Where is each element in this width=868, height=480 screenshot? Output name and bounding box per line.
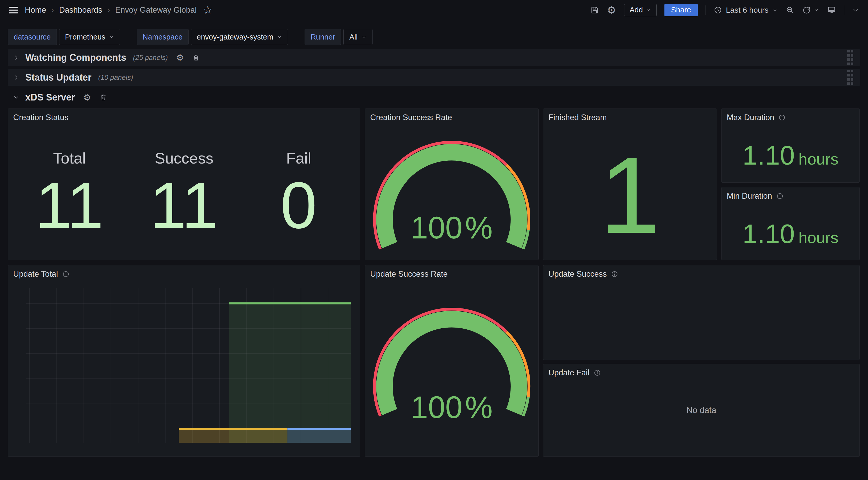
stat-fail: Fail 0 xyxy=(241,124,356,260)
chevron-down-icon xyxy=(109,34,114,39)
zoom-out-time-icon[interactable] xyxy=(785,6,795,14)
menu-icon[interactable] xyxy=(9,6,18,14)
panel-update-total: Update Total xyxy=(8,265,361,457)
row-title: Status Updater xyxy=(25,72,91,83)
gauge-value: 100% xyxy=(365,392,538,423)
chevron-down-icon xyxy=(362,34,367,39)
row-status-updater[interactable]: Status Updater (10 panels) xyxy=(8,69,860,86)
panel-creation-status: Creation Status Total 11 Success 11 Fail… xyxy=(8,109,361,260)
breadcrumb: Home › Dashboards › Envoy Gateway Global… xyxy=(25,5,213,16)
variables-row: datasource Prometheus Namespace envoy-ga… xyxy=(8,29,373,45)
variable-label-datasource[interactable]: datasource xyxy=(8,29,57,45)
panel-finished-stream: Finished Stream 1 xyxy=(543,109,717,260)
panel-creation-success-rate: Creation Success Rate 100% xyxy=(365,109,538,260)
chevron-right-icon xyxy=(13,74,20,81)
sparkline-fail xyxy=(241,214,356,259)
row-settings-icon[interactable]: ⚙ xyxy=(83,93,91,102)
stat-label: Fail xyxy=(241,149,356,167)
stat-value: 1.10 hours xyxy=(721,220,860,247)
stat-value: 1 xyxy=(543,141,717,249)
share-button[interactable]: Share xyxy=(664,4,698,16)
chevron-right-icon xyxy=(13,54,20,61)
stat-success: Success 11 xyxy=(127,124,242,260)
stat-columns: Total 11 Success 11 Fail 0 xyxy=(12,124,356,260)
grafana-dashboard: Home › Dashboards › Envoy Gateway Global… xyxy=(0,0,868,480)
variable-value-datasource[interactable]: Prometheus xyxy=(59,29,120,45)
panel-title[interactable]: Max Duration xyxy=(721,109,860,124)
variable-namespace: Namespace envoy-gateway-system xyxy=(137,29,288,45)
refresh-icon xyxy=(802,6,811,14)
time-range-picker[interactable]: Last 6 hours xyxy=(714,6,778,14)
chevron-down-icon xyxy=(772,7,778,13)
variable-runner: Runner All xyxy=(305,29,372,45)
dashboard-settings-icon[interactable]: ⚙ xyxy=(607,5,616,15)
stat-label: Total xyxy=(12,149,127,167)
chevron-down-icon xyxy=(13,94,20,101)
sparkline-success xyxy=(127,214,242,259)
panel-title[interactable]: Creation Status xyxy=(8,109,360,124)
breadcrumb-separator: › xyxy=(107,6,110,14)
row-panel-count: (25 panels) xyxy=(133,54,168,62)
panel-title[interactable]: Finished Stream xyxy=(543,109,717,124)
row-settings-icon[interactable]: ⚙ xyxy=(176,53,184,62)
refresh-control[interactable] xyxy=(802,6,819,14)
add-button[interactable]: Add xyxy=(624,4,657,16)
favorite-star-icon[interactable]: ☆ xyxy=(203,5,213,16)
row-watching-components[interactable]: Watching Components (25 panels) ⚙ xyxy=(8,49,860,66)
clock-icon xyxy=(714,6,722,14)
row-title: Watching Components xyxy=(25,52,126,63)
info-icon[interactable] xyxy=(776,192,783,200)
chevron-down-icon xyxy=(813,7,819,13)
row-xds-server[interactable]: xDS Server ⚙ xyxy=(8,90,860,104)
variable-value-runner[interactable]: All xyxy=(343,29,372,45)
timeseries-chart xyxy=(8,265,360,456)
breadcrumb-current: Envoy Gateway Global xyxy=(115,5,196,15)
row-delete-icon[interactable] xyxy=(192,54,200,61)
variable-label-namespace[interactable]: Namespace xyxy=(137,29,189,45)
info-icon[interactable] xyxy=(778,114,785,121)
nav-right: ⚙ Add Share Last 6 hours xyxy=(590,4,859,16)
save-dashboard-icon[interactable] xyxy=(590,5,599,15)
chevron-down-icon xyxy=(646,7,651,13)
nav-left: Home › Dashboards › Envoy Gateway Global… xyxy=(9,5,213,16)
row-drag-handle[interactable] xyxy=(847,50,854,65)
panel-title[interactable]: Min Duration xyxy=(721,187,860,203)
breadcrumb-home[interactable]: Home xyxy=(25,5,46,15)
panel-update-success: Update Success xyxy=(543,265,860,360)
row-panel-count: (10 panels) xyxy=(98,73,133,82)
timeseries-chart xyxy=(543,265,860,360)
time-range-label: Last 6 hours xyxy=(726,6,769,14)
stat-label: Success xyxy=(127,149,242,167)
kiosk-mode-icon[interactable] xyxy=(827,5,836,15)
top-navbar: Home › Dashboards › Envoy Gateway Global… xyxy=(0,0,868,20)
panel-min-duration: Min Duration 1.10 hours xyxy=(721,187,860,260)
row-drag-handle[interactable] xyxy=(847,70,854,85)
chevron-down-icon xyxy=(277,34,282,39)
row-delete-icon[interactable] xyxy=(99,93,107,101)
breadcrumb-dashboards[interactable]: Dashboards xyxy=(59,5,102,15)
sparkline-total xyxy=(12,214,127,259)
variable-datasource: datasource Prometheus xyxy=(8,29,120,45)
variable-value-namespace[interactable]: envoy-gateway-system xyxy=(191,29,288,45)
gauge-value: 100% xyxy=(365,212,538,243)
breadcrumb-separator: › xyxy=(52,6,54,14)
row-title: xDS Server xyxy=(25,92,75,103)
stat-total: Total 11 xyxy=(12,124,127,260)
stat-value: 1.10 hours xyxy=(721,142,860,169)
variable-label-runner[interactable]: Runner xyxy=(305,29,341,45)
panel-update-success-rate: Update Success Rate 100% xyxy=(365,265,538,457)
panel-update-fail: Update Fail No data xyxy=(543,364,860,457)
navbar-collapse-chevron-icon[interactable] xyxy=(852,6,859,14)
no-data-message: No data xyxy=(543,364,860,456)
panel-max-duration: Max Duration 1.10 hours xyxy=(721,109,860,183)
gauge-chart xyxy=(365,265,538,456)
divider xyxy=(706,5,706,15)
